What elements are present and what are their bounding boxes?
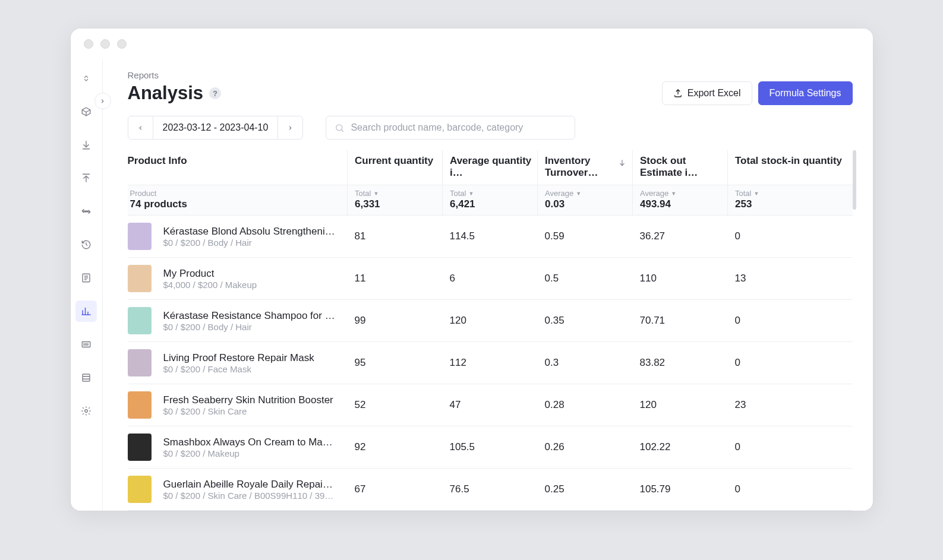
col-current[interactable]: Current quantity — [348, 150, 443, 185]
cell-stockout: 110 — [633, 258, 728, 300]
summary-average[interactable]: Total ▼ 6,421 — [443, 185, 538, 216]
date-next-button[interactable] — [277, 116, 302, 139]
caret-down-icon: ▼ — [373, 191, 379, 197]
product-thumbnail — [128, 434, 152, 461]
col-average[interactable]: Average quantity i… — [443, 150, 538, 185]
cell-turnover: 0.59 — [538, 216, 633, 258]
sidebar-item-stockin[interactable] — [75, 134, 97, 156]
product-thumbnail — [128, 307, 152, 334]
cell-stockin: 0 — [728, 300, 853, 342]
export-excel-button[interactable]: Export Excel — [662, 81, 752, 105]
window-minimize-icon[interactable] — [100, 39, 110, 49]
cell-stockin: 0 — [728, 342, 853, 384]
caret-down-icon: ▼ — [576, 191, 581, 197]
product-name: Kérastase Blond Absolu Strengthening … — [163, 226, 336, 238]
cell-stockin: 0 — [728, 469, 853, 511]
col-turnover[interactable]: Inventory Turnover… — [538, 150, 633, 185]
product-thumbnail — [128, 265, 152, 292]
cell-average: 47 — [443, 384, 538, 426]
table-row[interactable]: Living Proof Restore Repair Mask $0 / $2… — [128, 342, 853, 384]
sidebar-collapse-icon[interactable] — [75, 68, 97, 89]
caret-down-icon: ▼ — [753, 191, 759, 197]
search-icon — [335, 123, 345, 133]
date-range-label[interactable]: 2023-03-12 - 2023-04-10 — [153, 116, 278, 139]
sidebar-item-barcode[interactable] — [75, 334, 97, 355]
date-range-picker[interactable]: 2023-03-12 - 2023-04-10 — [128, 116, 304, 140]
page-title: Analysis — [128, 83, 204, 104]
breadcrumb: Reports — [128, 70, 853, 80]
product-name: My Product — [163, 268, 257, 280]
sidebar-item-transfer[interactable] — [75, 201, 97, 222]
col-product[interactable]: Product Info — [128, 150, 348, 185]
caret-down-icon: ▼ — [468, 191, 474, 197]
product-name: Living Proof Restore Repair Mask — [163, 352, 314, 364]
cell-current: 67 — [348, 469, 443, 511]
cell-current: 95 — [348, 342, 443, 384]
product-name: Guerlain Abeille Royale Daily Repair Ser… — [163, 479, 336, 491]
sort-down-icon — [618, 159, 626, 167]
cell-turnover: 0.3 — [538, 342, 633, 384]
table-row[interactable]: Kérastase Resistance Shampoo for Dam… $0… — [128, 300, 853, 342]
table-row[interactable]: Smashbox Always On Cream to Matte Li… $0… — [128, 426, 853, 469]
search-box[interactable] — [326, 116, 575, 140]
summary-current[interactable]: Total ▼ 6,331 — [348, 185, 443, 216]
sidebar-item-reports[interactable] — [75, 267, 97, 289]
formula-settings-label: Formula Settings — [769, 88, 841, 99]
product-name: Kérastase Resistance Shampoo for Dam… — [163, 310, 336, 322]
cell-stockin: 0 — [728, 426, 853, 469]
cell-turnover: 0.25 — [538, 469, 633, 511]
cell-turnover: 0.26 — [538, 426, 633, 469]
col-stockin[interactable]: Total stock-in quantity — [728, 150, 853, 185]
cell-turnover: 0.5 — [538, 258, 633, 300]
main-content: Reports Analysis ? Export Excel Formula … — [103, 59, 873, 511]
sidebar-item-history[interactable] — [75, 234, 97, 255]
table-row[interactable]: Fresh Seaberry Skin Nutrition Booster $0… — [128, 384, 853, 426]
table-row[interactable]: My Product $4,000 / $200 / Makeup 11 6 0… — [128, 258, 853, 300]
sidebar-item-analysis[interactable] — [75, 300, 97, 322]
cell-turnover: 0.35 — [538, 300, 633, 342]
cell-current: 11 — [348, 258, 443, 300]
product-meta: $0 / $200 / Skin Care / B00S99H110 / 391… — [163, 491, 336, 501]
search-input[interactable] — [351, 122, 566, 133]
window-zoom-icon[interactable] — [117, 39, 127, 49]
product-meta: $0 / $200 / Body / Hair — [163, 238, 336, 248]
cell-average: 105.5 — [443, 426, 538, 469]
sidebar-item-stockout[interactable] — [75, 167, 97, 189]
help-icon[interactable]: ? — [209, 87, 221, 99]
summary-stockin[interactable]: Total ▼ 253 — [728, 185, 853, 216]
sidebar-item-list[interactable] — [75, 367, 97, 388]
titlebar — [71, 29, 873, 59]
cell-stockout: 102.22 — [633, 426, 728, 469]
cell-current: 92 — [348, 426, 443, 469]
sidebar-item-settings[interactable] — [75, 400, 97, 422]
product-thumbnail — [128, 223, 152, 250]
summary-stockout[interactable]: Average ▼ 493.94 — [633, 185, 728, 216]
window-close-icon[interactable] — [84, 39, 93, 49]
sidebar-expand-button[interactable] — [94, 93, 111, 109]
cell-current: 81 — [348, 216, 443, 258]
caret-down-icon: ▼ — [671, 191, 676, 197]
cell-stockin: 13 — [728, 258, 853, 300]
col-stockout[interactable]: Stock out Estimate i… — [633, 150, 728, 185]
table-row[interactable]: Kérastase Blond Absolu Strengthening … $… — [128, 216, 853, 258]
date-prev-button[interactable] — [128, 116, 153, 139]
cell-stockout: 83.82 — [633, 342, 728, 384]
product-thumbnail — [128, 349, 152, 377]
formula-settings-button[interactable]: Formula Settings — [758, 81, 853, 105]
data-table: Product Info Current quantity Average qu… — [128, 150, 853, 511]
cell-stockout: 36.27 — [633, 216, 728, 258]
product-thumbnail — [128, 476, 152, 503]
sidebar-item-products[interactable] — [75, 101, 97, 122]
sidebar — [71, 59, 103, 511]
scrollbar[interactable] — [853, 150, 856, 210]
product-thumbnail — [128, 391, 152, 419]
table-row[interactable]: Guerlain Abeille Royale Daily Repair Ser… — [128, 469, 853, 511]
svg-point-4 — [336, 124, 342, 130]
export-excel-label: Export Excel — [687, 88, 741, 99]
svg-point-3 — [85, 410, 88, 413]
product-name: Fresh Seaberry Skin Nutrition Booster — [163, 394, 333, 406]
summary-product: Product 74 products — [128, 185, 348, 216]
product-name: Smashbox Always On Cream to Matte Li… — [163, 436, 336, 448]
summary-turnover[interactable]: Average ▼ 0.03 — [538, 185, 633, 216]
cell-stockout: 105.79 — [633, 469, 728, 511]
